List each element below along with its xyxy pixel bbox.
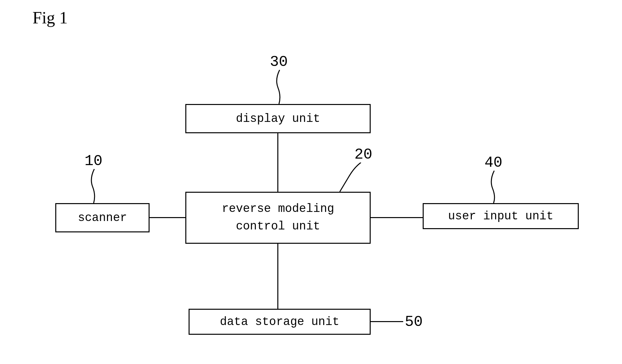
figure-label: Fig 1 [33,8,68,27]
connector-display-control [277,133,278,192]
storage-unit-leader [371,321,403,322]
display-unit-ref: 30 [270,54,288,71]
storage-unit-label: data storage unit [220,315,339,329]
control-unit-box: reverse modeling control unit [185,192,371,244]
scanner-box: scanner [55,203,150,232]
connector-control-userinput [371,217,423,218]
scanner-leader [88,169,107,203]
storage-unit-ref: 50 [405,314,423,331]
control-unit-leader [337,162,366,193]
connector-scanner-control [150,217,185,218]
user-input-ref: 40 [484,154,502,171]
user-input-label: user input unit [448,210,553,223]
storage-unit-box: data storage unit [189,309,371,335]
user-input-leader [488,171,507,203]
display-unit-leader [273,70,293,104]
control-unit-ref: 20 [354,146,372,163]
display-unit-label: display unit [236,112,320,125]
display-unit-box: display unit [185,104,371,133]
scanner-label: scanner [78,211,127,225]
control-unit-label: reverse modeling control unit [222,200,334,235]
connector-control-storage [277,244,278,309]
user-input-box: user input unit [423,203,579,229]
scanner-ref: 10 [85,153,102,170]
